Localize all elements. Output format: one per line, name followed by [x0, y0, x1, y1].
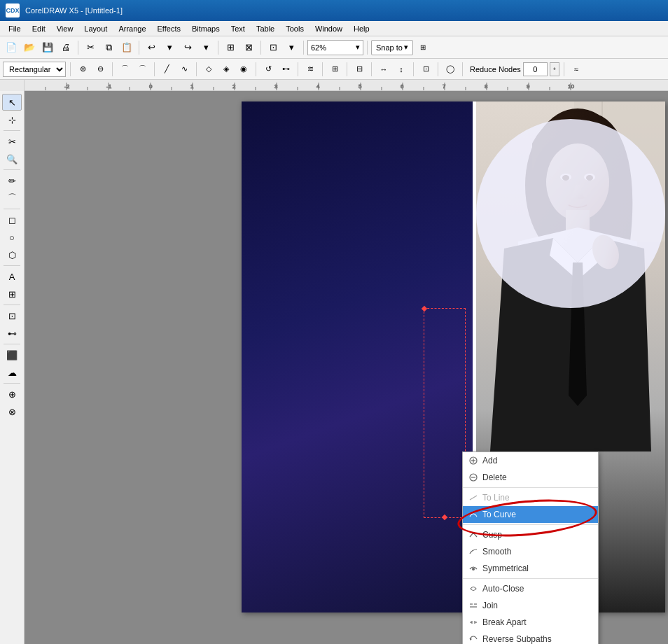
freehand-tool[interactable]: ✏: [2, 172, 22, 189]
ctx-break-apart-icon: [467, 616, 480, 629]
pick-tool[interactable]: ↖: [2, 94, 22, 111]
ctx-reverse-subpaths[interactable]: Reverse Subpaths: [463, 631, 598, 644]
rectangle-tool[interactable]: ◻: [2, 211, 22, 228]
prop-sep-10: [413, 62, 414, 76]
ctx-auto-close[interactable]: Auto-Close: [463, 580, 598, 597]
zoom-selector[interactable]: 62% ▾: [307, 40, 363, 55]
node-size-button[interactable]: ⊡: [418, 62, 433, 77]
undo-dropdown[interactable]: ▾: [161, 39, 178, 56]
paint-bucket-tool[interactable]: ⊗: [2, 403, 22, 420]
ctx-smooth[interactable]: Smooth: [463, 543, 598, 560]
toolbar-sep-5: [303, 41, 304, 55]
ctx-break-apart[interactable]: Break Apart: [463, 614, 598, 631]
ctx-symmetrical[interactable]: Symmetrical: [463, 560, 598, 577]
close-curve-button[interactable]: ◯: [443, 62, 458, 77]
prop-sep-1: [70, 62, 71, 76]
menu-table[interactable]: Table: [251, 23, 280, 34]
align-nodes-button[interactable]: ⊟: [352, 62, 367, 77]
dimension-tool[interactable]: ⊡: [2, 307, 22, 324]
ctx-delete[interactable]: Delete: [463, 469, 598, 486]
undo-button[interactable]: ↩: [143, 39, 160, 56]
cusp-node-button[interactable]: ◇: [201, 62, 216, 77]
menu-bitmaps[interactable]: Bitmaps: [186, 23, 225, 34]
tool-sep-1: [4, 130, 20, 131]
eyedropper-tool[interactable]: ⊕: [2, 386, 22, 402]
symmetrical-node-button[interactable]: ◉: [236, 62, 251, 77]
svg-text:4: 4: [316, 83, 320, 90]
select-all-nodes-button[interactable]: ⊞: [327, 62, 342, 77]
ctx-to-curve[interactable]: To Curve: [463, 506, 598, 523]
ctx-sep-2: [463, 524, 598, 525]
paste-button[interactable]: 📋: [118, 39, 135, 56]
new-button[interactable]: 📄: [3, 39, 20, 56]
text-tool[interactable]: A: [2, 268, 22, 285]
smart-draw-tool[interactable]: ⌒: [2, 190, 22, 206]
view-mode-button[interactable]: ⊡: [265, 39, 281, 56]
svg-text:7: 7: [443, 83, 446, 90]
break-nodes-button[interactable]: ⌒: [134, 62, 150, 77]
mirror-h-button[interactable]: ↔: [376, 62, 391, 77]
redo-dropdown[interactable]: ▾: [197, 39, 214, 56]
extract-subpath-button[interactable]: ⊷: [278, 62, 293, 77]
view-mode-dropdown[interactable]: ▾: [283, 39, 300, 56]
open-button[interactable]: 📂: [21, 39, 38, 56]
ctx-add[interactable]: Add: [463, 452, 598, 469]
join-nodes-button[interactable]: ⌒: [117, 62, 132, 77]
ctx-to-line-icon: [467, 491, 480, 504]
save-button[interactable]: 💾: [39, 39, 56, 56]
polygon-tool[interactable]: ⬡: [2, 246, 22, 263]
menu-layout[interactable]: Layout: [78, 23, 113, 34]
delete-node-button[interactable]: ⊖: [92, 62, 108, 77]
canvas-content: [242, 102, 665, 612]
interactive-fill-tool[interactable]: ☁: [2, 364, 22, 381]
ctx-join[interactable]: Join: [463, 597, 598, 614]
mirror-v-button[interactable]: ↕: [394, 62, 409, 77]
to-line-button[interactable]: ╱: [159, 62, 174, 77]
app-logo: CDX: [6, 4, 20, 18]
menu-arrange[interactable]: Arrange: [113, 23, 151, 34]
menu-help[interactable]: Help: [348, 23, 375, 34]
context-menu: Add Delete To Line To Curve Cusp: [462, 451, 599, 644]
elastic-mode-button[interactable]: ≋: [302, 62, 318, 77]
menu-window[interactable]: Window: [309, 23, 348, 34]
fill-tool[interactable]: ⬛: [2, 346, 22, 363]
reverse-subpath-button[interactable]: ↺: [260, 62, 276, 77]
zoom-tool[interactable]: 🔍: [2, 150, 22, 167]
shape-type-selector[interactable]: Rectangular: [3, 62, 66, 77]
toolbar-sep-4: [260, 41, 261, 55]
main-area: Add Delete To Line To Curve Cusp: [25, 91, 668, 644]
table-tool[interactable]: ⊞: [2, 286, 22, 302]
smooth-node-button[interactable]: ◈: [218, 62, 234, 77]
reduce-nodes-input[interactable]: [523, 62, 548, 76]
svg-text:0: 0: [149, 83, 153, 90]
snap-settings-button[interactable]: ⊞: [415, 39, 431, 56]
ctx-sep-3: [463, 578, 598, 579]
snap-to-selector[interactable]: Snap to ▾: [371, 40, 413, 55]
menu-bar: File Edit View Layout Arrange Effects Bi…: [0, 21, 668, 36]
connector-tool[interactable]: ⊷: [2, 325, 22, 342]
svg-text:6: 6: [401, 83, 404, 90]
menu-text[interactable]: Text: [225, 23, 251, 34]
menu-view[interactable]: View: [51, 23, 79, 34]
toolbox: ↖ ⊹ ✂ 🔍 ✏ ⌒ ◻ ○ ⬡ A ⊞ ⊡ ⊷ ⬛ ☁ ⊕ ⊗: [0, 91, 25, 644]
import-button[interactable]: ⊞: [222, 39, 239, 56]
toolbar-sep-1: [78, 41, 78, 55]
copy-button[interactable]: ⧉: [100, 39, 117, 56]
menu-edit[interactable]: Edit: [27, 23, 51, 34]
cut-button[interactable]: ✂: [82, 39, 99, 56]
menu-tools[interactable]: Tools: [280, 23, 309, 34]
reduce-nodes-spin[interactable]: +: [550, 62, 559, 76]
add-node-button[interactable]: ⊕: [75, 62, 90, 77]
print-button[interactable]: 🖨: [57, 39, 74, 56]
ctx-cusp[interactable]: Cusp: [463, 526, 598, 543]
to-curve-button[interactable]: ∿: [176, 62, 192, 77]
redo-button[interactable]: ↪: [179, 39, 196, 56]
curve-smoothness-button[interactable]: ≈: [569, 62, 584, 77]
ctx-reverse-icon: [467, 633, 480, 644]
node-edit-tool[interactable]: ⊹: [2, 111, 22, 128]
menu-file[interactable]: File: [3, 23, 27, 34]
ellipse-tool[interactable]: ○: [2, 229, 22, 246]
menu-effects[interactable]: Effects: [152, 23, 186, 34]
export-button[interactable]: ⊠: [240, 39, 257, 56]
crop-tool[interactable]: ✂: [2, 133, 22, 150]
